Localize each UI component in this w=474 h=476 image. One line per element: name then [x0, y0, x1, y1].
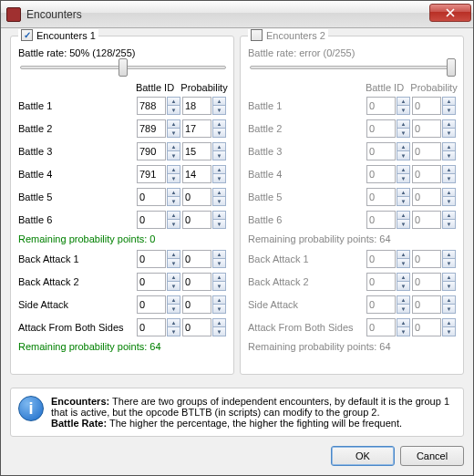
g2-battle-1-prob-up: ▲	[442, 119, 456, 129]
group-g2-label: Encounters 2	[266, 30, 325, 41]
g1-special-1-id-field[interactable]	[137, 273, 166, 291]
g1-battle-0-row: Battle 1▲▼▲▼	[18, 97, 228, 115]
g2-special-0-label: Back Attack 1	[248, 254, 366, 264]
g1-special-0-prob-field[interactable]	[182, 250, 211, 268]
g2-special-0-prob-down: ▼	[442, 259, 456, 268]
g2-special-3-prob-field	[412, 318, 441, 336]
titlebar[interactable]: Encounters	[1, 1, 473, 28]
g1-battle-0-id-up[interactable]: ▲	[167, 97, 180, 106]
group-g2-checkbox[interactable]	[251, 29, 263, 41]
g1-battle-0-prob-up[interactable]: ▲	[212, 97, 226, 106]
g1-special-0-prob-up[interactable]: ▲	[212, 250, 226, 259]
g1-special-2-id-field[interactable]	[137, 295, 166, 314]
g2-battle-2-prob-down: ▼	[442, 151, 456, 160]
group-g1-col-prob: Probability	[180, 82, 228, 93]
g1-battle-3-prob-up[interactable]: ▲	[212, 165, 226, 174]
g1-battle-2-id-field[interactable]	[137, 142, 166, 160]
g1-special-0-id-down[interactable]: ▼	[167, 259, 180, 268]
g1-special-3-prob-down[interactable]: ▼	[212, 327, 226, 336]
g1-battle-0-id-down[interactable]: ▼	[167, 106, 180, 115]
g1-special-3-id-field[interactable]	[137, 318, 166, 336]
g1-battle-3-id-up[interactable]: ▲	[167, 165, 180, 174]
g1-battle-4-id-field[interactable]	[137, 188, 166, 206]
g1-battle-3-prob-field[interactable]	[182, 165, 211, 183]
ok-button[interactable]: OK	[331, 446, 395, 466]
g2-battle-1-prob-down: ▼	[442, 129, 456, 138]
g1-battle-2-id-up[interactable]: ▲	[167, 142, 180, 151]
g1-battle-1-prob-field[interactable]	[182, 119, 211, 138]
g1-battle-5-id-down[interactable]: ▼	[167, 220, 180, 229]
g1-battle-0-id-field[interactable]	[137, 97, 166, 115]
g1-battle-5-id-field[interactable]	[137, 211, 166, 229]
g1-battle-1-id-field[interactable]	[137, 119, 166, 138]
g1-battle-5-prob-up[interactable]: ▲	[212, 211, 226, 220]
g1-battle-0-prob-down[interactable]: ▼	[212, 106, 226, 115]
g1-battle-0-prob-field[interactable]	[182, 97, 211, 115]
g1-special-3-prob-field[interactable]	[182, 318, 211, 336]
g1-special-1-id-up[interactable]: ▲	[167, 273, 180, 282]
g1-battle-3-id-down[interactable]: ▼	[167, 174, 180, 183]
g1-battle-1-id-down[interactable]: ▼	[167, 129, 180, 138]
g2-battle-4-id-down: ▼	[397, 197, 410, 206]
g1-battle-4-prob-up[interactable]: ▲	[212, 188, 226, 197]
g1-battle-1-prob-up[interactable]: ▲	[212, 119, 226, 129]
g2-special-1-prob-up: ▲	[442, 273, 456, 282]
g1-special-2-id-up[interactable]: ▲	[167, 295, 180, 305]
g2-special-2-row: Side Attack▲▼▲▼	[248, 295, 458, 314]
g1-special-1-prob-up[interactable]: ▲	[212, 273, 226, 282]
cancel-button[interactable]: Cancel	[400, 446, 464, 466]
g2-special-0-prob-field	[412, 250, 441, 268]
g1-special-3-id-up[interactable]: ▲	[167, 318, 180, 327]
g2-special-1-prob-down: ▼	[442, 282, 456, 291]
g1-battle-5-id-up[interactable]: ▲	[167, 211, 180, 220]
g1-battle-4-id-up[interactable]: ▲	[167, 188, 180, 197]
g1-battle-4-id-down[interactable]: ▼	[167, 197, 180, 206]
g2-special-2-id-up: ▲	[397, 295, 410, 305]
g1-special-1-prob-down[interactable]: ▼	[212, 282, 226, 291]
g2-battle-3-id-down: ▼	[397, 174, 410, 183]
g1-special-2-prob-up[interactable]: ▲	[212, 295, 226, 305]
g1-battle-2-prob-down[interactable]: ▼	[212, 151, 226, 160]
g2-battle-0-prob-down: ▼	[442, 106, 456, 115]
group-g1-slider-thumb[interactable]	[118, 58, 128, 77]
g1-special-1-label: Back Attack 2	[18, 276, 137, 287]
g1-special-2-label: Side Attack	[18, 299, 137, 310]
g1-special-1-prob-field[interactable]	[182, 273, 211, 291]
g2-battle-3-prob-field	[412, 165, 441, 183]
g1-special-3-id-down[interactable]: ▼	[167, 327, 180, 336]
g1-battle-1-id-up[interactable]: ▲	[167, 119, 180, 129]
g1-battle-3-prob-down[interactable]: ▼	[212, 174, 226, 183]
group-g1-slider[interactable]	[20, 66, 226, 69]
close-button[interactable]	[429, 4, 471, 22]
g1-special-2-prob-field[interactable]	[182, 295, 211, 314]
g1-special-3-prob-up[interactable]: ▲	[212, 318, 226, 327]
g1-battle-2-id-down[interactable]: ▼	[167, 151, 180, 160]
g1-battle-2-prob-up[interactable]: ▲	[212, 142, 226, 151]
g1-battle-5-prob-down[interactable]: ▼	[212, 220, 226, 229]
g1-special-1-id-down[interactable]: ▼	[167, 282, 180, 291]
g2-battle-0-label: Battle 1	[248, 100, 366, 111]
g2-special-0-row: Back Attack 1▲▼▲▼	[248, 250, 458, 268]
g2-special-1-prob-field	[412, 273, 441, 291]
g2-battle-5-prob-field	[412, 211, 441, 229]
g2-battle-1-id-field	[366, 119, 396, 138]
g1-special-2-prob-down[interactable]: ▼	[212, 305, 226, 314]
g1-battle-5-label: Battle 6	[18, 214, 137, 225]
g1-special-0-id-field[interactable]	[137, 250, 166, 268]
group-g1: Encounters 1Battle rate: 50% (128/255)Ba…	[10, 36, 234, 375]
g1-special-0-prob-down[interactable]: ▼	[212, 259, 226, 268]
g1-battle-2-label: Battle 3	[18, 146, 137, 157]
g1-battle-3-id-field[interactable]	[137, 165, 166, 183]
g2-battle-1-label: Battle 2	[248, 123, 366, 134]
group-g1-checkbox[interactable]	[21, 29, 33, 41]
g1-special-0-id-up[interactable]: ▲	[167, 250, 180, 259]
g1-special-2-id-down[interactable]: ▼	[167, 305, 180, 314]
g1-battle-4-prob-down[interactable]: ▼	[212, 197, 226, 206]
g1-battle-5-prob-field[interactable]	[182, 211, 211, 229]
g1-battle-2-prob-field[interactable]	[182, 142, 211, 160]
g1-battle-1-row: Battle 2▲▼▲▼	[18, 119, 228, 138]
g2-battle-2-id-up: ▲	[397, 142, 410, 151]
g1-battle-4-prob-field[interactable]	[182, 188, 211, 206]
g1-battle-1-prob-down[interactable]: ▼	[212, 129, 226, 138]
g2-battle-2-prob-field	[412, 142, 441, 160]
